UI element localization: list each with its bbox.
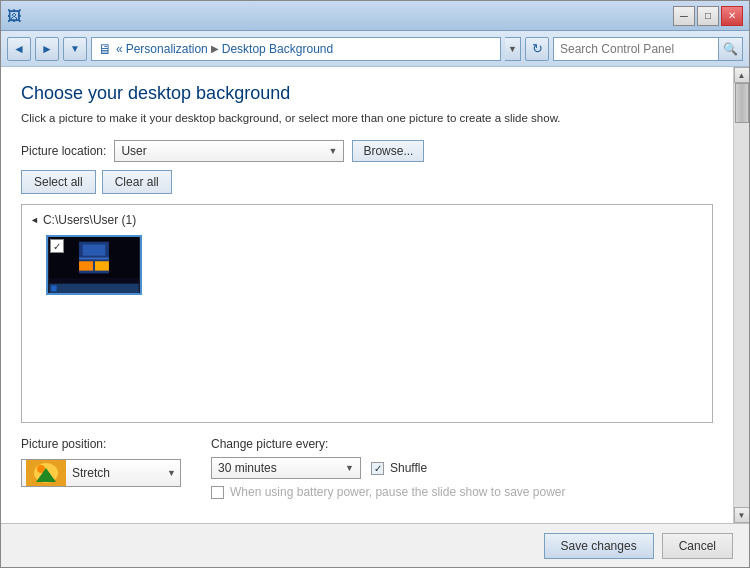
title-bar: 🖼 ─ □ ✕ (1, 1, 749, 31)
picture-location-value: User (121, 144, 328, 158)
shuffle-label: Shuffle (390, 461, 427, 475)
picture-location-label: Picture location: (21, 144, 106, 158)
svg-rect-4 (79, 258, 109, 260)
page-title: Choose your desktop background (21, 83, 713, 104)
search-box: 🔍 (553, 37, 743, 61)
battery-checkbox[interactable] (211, 486, 224, 499)
shuffle-row: ✓ Shuffle (371, 461, 427, 475)
svg-rect-8 (51, 286, 57, 292)
scroll-down-button[interactable]: ▼ (734, 507, 750, 523)
group-triangle-icon: ◄ (30, 215, 39, 225)
picture-group-name: C:\Users\User (1) (43, 213, 136, 227)
picture-group-header: ◄ C:\Users\User (1) (30, 213, 704, 227)
clear-all-button[interactable]: Clear all (102, 170, 172, 194)
title-bar-left: 🖼 (7, 8, 21, 24)
search-input[interactable] (554, 42, 718, 56)
dropdown-arrow-icon: ▼ (328, 146, 337, 156)
position-value: Stretch (72, 466, 167, 480)
interval-value: 30 minutes (218, 461, 345, 475)
scroll-up-button[interactable]: ▲ (734, 67, 750, 83)
scroll-track (734, 83, 750, 507)
content-area: Choose your desktop background Click a p… (1, 67, 749, 523)
picture-grid-container: ◄ C:\Users\User (1) (21, 204, 713, 423)
save-changes-button[interactable]: Save changes (544, 533, 654, 559)
picture-position-group: Picture position: Stretch ▼ (21, 437, 181, 487)
svg-rect-7 (49, 284, 139, 293)
browse-button[interactable]: Browse... (352, 140, 424, 162)
svg-rect-5 (79, 261, 93, 270)
select-all-button[interactable]: Select all (21, 170, 96, 194)
address-bar: ◄ ► ▼ 🖥 « Personalization ▶ Desktop Back… (1, 31, 749, 67)
picture-location-dropdown[interactable]: User ▼ (114, 140, 344, 162)
dropdown-button[interactable]: ▼ (63, 37, 87, 61)
interval-dropdown[interactable]: 30 minutes ▼ (211, 457, 361, 479)
page-subtitle: Click a picture to make it your desktop … (21, 110, 713, 126)
maximize-button[interactable]: □ (697, 6, 719, 26)
change-picture-row: 30 minutes ▼ ✓ Shuffle (211, 457, 566, 479)
search-icon-button[interactable]: 🔍 (718, 38, 742, 60)
picture-position-label: Picture position: (21, 437, 181, 451)
picture-location-row: Picture location: User ▼ Browse... (21, 140, 713, 162)
battery-label: When using battery power, pause the slid… (230, 485, 566, 499)
svg-rect-6 (95, 261, 109, 270)
footer: Save changes Cancel (1, 523, 749, 567)
main-window: 🖼 ─ □ ✕ ◄ ► ▼ 🖥 « Personalization ▶ Desk… (0, 0, 750, 568)
close-button[interactable]: ✕ (721, 6, 743, 26)
main-panel: Choose your desktop background Click a p… (1, 67, 733, 523)
breadcrumb: « Personalization ▶ Desktop Background (116, 42, 333, 56)
address-field: 🖥 « Personalization ▶ Desktop Background (91, 37, 501, 61)
minimize-button[interactable]: ─ (673, 6, 695, 26)
change-picture-label: Change picture every: (211, 437, 566, 451)
battery-row: When using battery power, pause the slid… (211, 485, 566, 499)
picture-check-mark: ✓ (50, 239, 64, 253)
forward-button[interactable]: ► (35, 37, 59, 61)
action-buttons: Select all Clear all (21, 170, 713, 194)
interval-arrow-icon: ▼ (345, 463, 354, 473)
breadcrumb-root: « (116, 42, 123, 56)
breadcrumb-part2: Desktop Background (222, 42, 333, 56)
title-bar-controls: ─ □ ✕ (673, 6, 743, 26)
shuffle-checkbox[interactable]: ✓ (371, 462, 384, 475)
refresh-button[interactable]: ↻ (525, 37, 549, 61)
scrollbar: ▲ ▼ (733, 67, 749, 523)
window-icon: 🖼 (7, 8, 21, 24)
breadcrumb-part1[interactable]: Personalization (126, 42, 208, 56)
back-button[interactable]: ◄ (7, 37, 31, 61)
address-arrow-button[interactable]: ▼ (505, 37, 521, 61)
change-picture-group: Change picture every: 30 minutes ▼ ✓ Shu… (211, 437, 566, 499)
breadcrumb-separator: ▶ (211, 43, 219, 54)
cancel-button[interactable]: Cancel (662, 533, 733, 559)
position-dropdown-arrow-icon: ▼ (167, 468, 176, 478)
svg-rect-3 (83, 245, 105, 256)
scroll-thumb[interactable] (735, 83, 749, 123)
picture-position-dropdown[interactable]: Stretch ▼ (21, 459, 181, 487)
bottom-options: Picture position: Stretch ▼ (21, 437, 713, 499)
picture-grid: ✓ (30, 235, 704, 295)
address-icon: 🖥 (98, 41, 112, 57)
picture-item[interactable]: ✓ (46, 235, 142, 295)
position-preview-icon (26, 460, 66, 486)
